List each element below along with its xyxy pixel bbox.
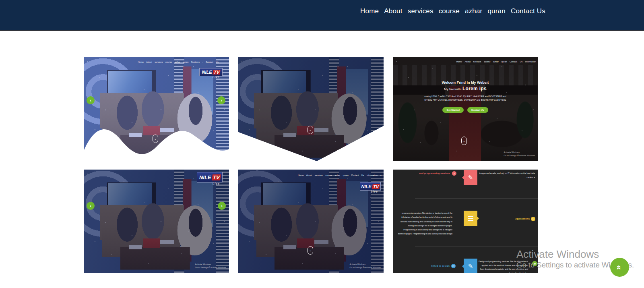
scroll-indicator-icon: ⌄ bbox=[153, 135, 158, 143]
scroll-indicator-icon: ⌄ bbox=[308, 126, 313, 134]
tv-logo-text: TV bbox=[211, 174, 221, 180]
thumb-watermark-line1: Activate Windows bbox=[504, 151, 535, 154]
brush-icon: ✎ bbox=[464, 170, 477, 185]
carousel-prev-icon: ‹ bbox=[87, 96, 95, 104]
nav-item-quran[interactable]: quran bbox=[487, 7, 505, 15]
thumb-watermark-line2: Go to Settings to activate Windows bbox=[349, 266, 381, 269]
divider bbox=[415, 247, 538, 247]
overlay-tint bbox=[84, 170, 229, 273]
nav-item-contact-us[interactable]: Contact Us bbox=[511, 7, 545, 15]
chevron-down-icon: ⌄ bbox=[463, 139, 465, 142]
chevron-down-icon: ⌄ bbox=[309, 249, 312, 252]
brush-glyph: ✎ bbox=[468, 263, 473, 270]
thumb-watermark-line2: Go to Settings to activate Windows bbox=[504, 154, 535, 157]
hero-subheading-em: Lorem ips bbox=[462, 86, 487, 91]
service-text-bottom: Design and programming services Site the… bbox=[478, 260, 528, 273]
tv-logo-text: TV bbox=[213, 70, 221, 75]
get-started-button: Get Started bbox=[442, 107, 463, 113]
overlay-tint bbox=[238, 57, 384, 161]
live-label: Live bbox=[371, 190, 378, 193]
nile-logo-text: NILE bbox=[202, 70, 212, 75]
nile-tv-logo: NILETV Live bbox=[197, 172, 223, 182]
nav-item-course[interactable]: course bbox=[439, 7, 460, 15]
divider bbox=[415, 198, 538, 199]
chevron-down-icon: ⌄ bbox=[309, 128, 312, 131]
nav-item-azhar[interactable]: azhar bbox=[465, 7, 483, 15]
thumb-watermark: Activate Windows Go to Settings to activ… bbox=[195, 263, 226, 269]
nav-item-about[interactable]: About bbox=[384, 7, 402, 15]
thumb-watermark-line1: Activate Windows bbox=[349, 263, 381, 266]
service-badge-yellow: 1 bbox=[531, 217, 535, 221]
thumb-watermark-line2: Go to Settings to activate Windows bbox=[195, 266, 226, 269]
nile-tv-logo: NILETV Live bbox=[360, 182, 381, 191]
brush-icon: ✎ bbox=[464, 259, 477, 273]
hero-subheading: My favourite Lorem ips bbox=[393, 86, 538, 91]
brush-glyph: ✎ bbox=[468, 174, 473, 181]
carousel-next-icon: › bbox=[217, 96, 225, 104]
chevron-clip bbox=[238, 57, 384, 161]
scroll-indicator-icon: ⌄ bbox=[308, 246, 313, 255]
hero-subheading-prefix: My favourite bbox=[444, 87, 462, 91]
chevrons-up-icon: « bbox=[615, 265, 624, 269]
scroll-indicator-icon: ⌄ bbox=[461, 137, 467, 145]
nav-item-home[interactable]: Home bbox=[360, 7, 379, 15]
service-label-programming: and programming services bbox=[393, 172, 450, 174]
chevron-down-icon: ⌄ bbox=[154, 137, 157, 140]
hero-paragraph: useing HTML 5 xaNd CSS3 And SSA3 JQUERY … bbox=[422, 95, 509, 102]
thumb-watermark: Activate Windows Go to Settings to activ… bbox=[349, 263, 381, 269]
service-text-middle: programming services Site design or desi… bbox=[398, 211, 452, 236]
service-badge-blue: 22 bbox=[451, 264, 456, 268]
portfolio-item-slide-full[interactable]: NILETV Live ‹ › Activate Windows Go to S… bbox=[84, 170, 229, 273]
service-label-applications: Applications bbox=[489, 218, 530, 220]
portfolio-item-welcome-hero[interactable]: Home About services course azhar quran C… bbox=[393, 57, 538, 161]
hero-buttons: Get Started Contact Us bbox=[393, 107, 538, 113]
thumb-watermark-line2: Go to Settings to activate Windows bbox=[195, 154, 226, 157]
live-label: Live bbox=[213, 182, 220, 185]
nile-logo-text: NILE bbox=[361, 184, 371, 189]
portfolio-gallery: Home About services course azhar quran S… bbox=[84, 57, 538, 273]
list-icon bbox=[464, 211, 477, 226]
top-navbar: Home About services course azhar quran C… bbox=[0, 0, 644, 31]
thumb-watermark-line1: Activate Windows bbox=[195, 151, 226, 154]
portfolio-item-hero-nav[interactable]: Home About services course azhar quran C… bbox=[238, 170, 384, 273]
mini-nav-text: Home About services course azhar quran C… bbox=[298, 174, 382, 176]
mini-nav-text: Home About services course azhar quran C… bbox=[456, 60, 536, 63]
service-text-top: images and emails, and rely on IT inform… bbox=[479, 172, 535, 179]
thumb-watermark: Activate Windows Go to Settings to activ… bbox=[195, 151, 226, 157]
mini-nav-text: Home About services course azhar quran S… bbox=[138, 61, 219, 63]
thumb-watermark-line1: Activate Windows bbox=[195, 263, 226, 266]
thumb-watermark: Activate Windows Go to Settings to activ… bbox=[504, 151, 535, 157]
scroll-to-top-button[interactable]: « bbox=[610, 258, 629, 277]
nile-logo-text: NILE bbox=[199, 174, 211, 180]
service-label-design: linked to design bbox=[393, 265, 450, 267]
nile-tv-logo: NILETV Live bbox=[199, 68, 223, 76]
nav-item-services[interactable]: services bbox=[408, 7, 433, 15]
green-badge-icon bbox=[532, 261, 537, 266]
portfolio-item-wave-hero[interactable]: Home About services course azhar quran S… bbox=[84, 57, 229, 161]
carousel-prev-icon: ‹ bbox=[87, 202, 95, 210]
carousel-next-icon: › bbox=[218, 202, 226, 210]
list-bars bbox=[468, 216, 473, 221]
service-badge-red: 2 bbox=[452, 171, 456, 176]
contact-us-button: Contact Us bbox=[467, 107, 488, 113]
tv-logo-text: TV bbox=[372, 184, 380, 189]
portfolio-item-chevron-slide[interactable]: ⌄ bbox=[238, 57, 384, 161]
hero-copy: Welcom Frind In My Websit My favourite L… bbox=[393, 81, 538, 113]
hero-heading: Welcom Frind In My Websit bbox=[393, 81, 538, 85]
live-label: Live bbox=[213, 76, 220, 79]
portfolio-item-services-timeline[interactable]: and programming services 2 ✎ images and … bbox=[393, 170, 538, 273]
